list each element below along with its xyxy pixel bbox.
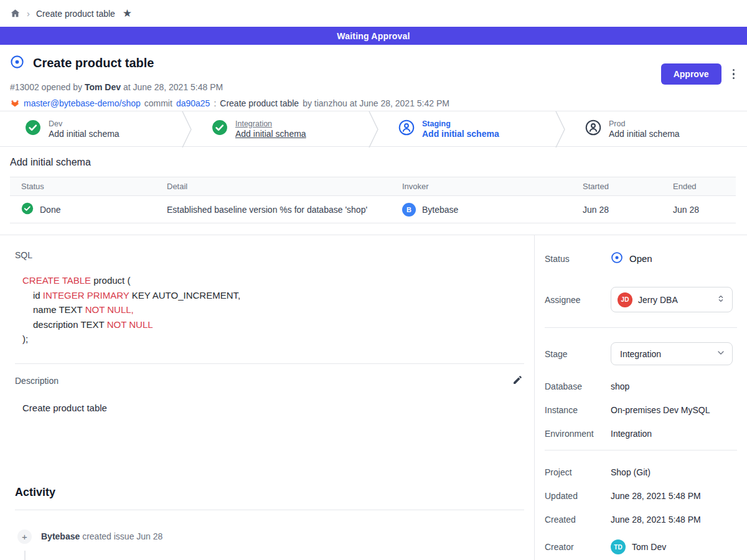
commit-byline: by tianzhou at June 28, 2021 5:42 PM	[303, 98, 449, 108]
person-circle-icon	[585, 119, 601, 138]
page-title: Create product table	[33, 56, 154, 70]
stage-integration[interactable]: Integration Add initial schema	[187, 111, 374, 146]
stage-env-label: Prod	[609, 119, 680, 128]
breadcrumb: › Create product table ★	[0, 0, 747, 27]
stage-prod[interactable]: Prod Add initial schema	[560, 111, 747, 146]
sql-line: name TEXT NOT NULL,	[22, 302, 524, 317]
stage-task-label: Add initial schema	[609, 129, 680, 139]
issue-author[interactable]: Tom Dev	[85, 82, 121, 92]
bytebase-avatar: B	[402, 203, 416, 217]
person-circle-icon	[398, 119, 415, 138]
task-detail: Established baseline version %s for data…	[156, 196, 391, 223]
activity-item: + Bytebase created issue Jun 28	[17, 530, 524, 544]
issue-header: Create product table #13002 opened by To…	[0, 45, 747, 111]
gitlab-icon	[10, 98, 20, 109]
description-label: Description	[15, 376, 59, 386]
issue-open-icon	[10, 55, 24, 72]
stage-select[interactable]: Integration	[611, 342, 733, 365]
check-circle-icon	[25, 119, 41, 138]
instance-label: Instance	[545, 405, 611, 415]
col-started: Started	[571, 177, 662, 196]
commit-message: Create product table	[220, 98, 299, 108]
star-icon[interactable]: ★	[123, 8, 132, 19]
table-row[interactable]: Done Established baseline version %s for…	[10, 196, 736, 223]
approve-button[interactable]: Approve	[661, 63, 721, 85]
sql-line: id INTEGER PRIMARY KEY AUTO_INCREMENT,	[22, 288, 524, 303]
status-banner: Waiting Approval	[0, 27, 747, 45]
status-label: Status	[545, 254, 611, 264]
assignee-value: Jerry DBA	[638, 295, 710, 305]
issue-meta: #13002 opened by Tom Dev at June 28, 202…	[10, 82, 737, 92]
branch-repo-link[interactable]: master@bytebase-demo/shop	[24, 98, 141, 108]
task-started: Jun 28	[571, 196, 662, 223]
instance-value[interactable]: On-premises Dev MySQL	[611, 405, 710, 415]
home-icon[interactable]	[10, 8, 21, 19]
status-value: Open	[629, 253, 652, 264]
col-ended: Ended	[662, 177, 736, 196]
commit-hash-link[interactable]: da90a25	[176, 98, 210, 108]
sidebar-divider	[545, 327, 737, 328]
activity-title: Activity	[15, 486, 524, 499]
task-status: Done	[40, 205, 60, 215]
environment-label: Environment	[545, 429, 611, 439]
col-detail: Detail	[156, 177, 391, 196]
created-row: Created June 28, 2021 5:48 PM	[545, 515, 737, 525]
task-ended: Jun 28	[662, 196, 736, 223]
col-invoker: Invoker	[391, 177, 571, 196]
sql-label: SQL	[15, 250, 524, 260]
creator-value[interactable]: Tom Dev	[632, 542, 666, 552]
activity-action: created issue Jun 28	[82, 531, 162, 541]
stage-separator	[182, 111, 192, 147]
status-open-icon	[611, 251, 623, 266]
edit-description-icon[interactable]	[511, 373, 524, 389]
project-label: Project	[545, 467, 611, 477]
plus-icon: +	[17, 530, 32, 544]
breadcrumb-chevron-icon: ›	[27, 9, 30, 18]
colon: :	[214, 98, 216, 108]
stage-staging[interactable]: Staging Add initial schema	[374, 111, 560, 146]
project-value[interactable]: Shop (Git)	[611, 467, 651, 477]
activity-actor: Bytebase	[41, 531, 80, 541]
database-row: Database shop	[545, 381, 737, 391]
task-table: Status Detail Invoker Started Ended Done…	[10, 177, 736, 223]
stage-env-label: Dev	[49, 119, 120, 128]
sql-line: );	[22, 332, 524, 347]
more-actions-icon[interactable]	[729, 67, 739, 82]
check-circle-icon	[212, 119, 228, 138]
task-invoker: Bytebase	[422, 205, 458, 215]
issue-id: #13002 opened by	[10, 82, 82, 92]
commit-word: commit	[144, 98, 172, 108]
issue-opened-time: at June 28, 2021 5:48 PM	[123, 82, 223, 92]
assignee-row: Assignee JD Jerry DBA	[545, 287, 737, 312]
stage-dev[interactable]: Dev Add initial schema	[0, 111, 187, 146]
issue-sidebar: Status Open Assignee JD Jerry DBA Stage	[534, 235, 747, 560]
creator-avatar: TD	[611, 539, 626, 554]
breadcrumb-title[interactable]: Create product table	[36, 9, 115, 19]
description-content[interactable]: Create product table	[22, 403, 524, 413]
timeline-connector	[24, 551, 26, 560]
assignee-label: Assignee	[545, 295, 611, 305]
stage-label: Stage	[545, 349, 611, 359]
assignee-select[interactable]: JD Jerry DBA	[611, 287, 733, 312]
database-value[interactable]: shop	[611, 381, 629, 391]
instance-row: Instance On-premises Dev MySQL	[545, 405, 737, 415]
activity-divider	[15, 510, 524, 510]
environment-row: Environment Integration	[545, 429, 737, 439]
stage-separator	[555, 111, 565, 147]
assignee-avatar: JD	[618, 292, 632, 307]
selector-up-down-icon	[716, 294, 726, 306]
status-row: Status Open	[545, 251, 737, 266]
created-label: Created	[545, 515, 611, 525]
updated-row: Updated June 28, 2021 5:48 PM	[545, 491, 737, 501]
database-label: Database	[545, 381, 611, 391]
chevron-down-icon	[716, 348, 726, 360]
creator-label: Creator	[545, 542, 611, 552]
task-section-title: Add initial schema	[10, 157, 737, 168]
stage-task-label: Add initial schema	[49, 129, 120, 139]
sql-line: description TEXT NOT NULL	[22, 317, 524, 332]
creator-row: Creator TD Tom Dev	[545, 539, 737, 554]
stage-value: Integration	[620, 349, 716, 359]
environment-value[interactable]: Integration	[611, 429, 652, 439]
sidebar-divider	[545, 450, 737, 450]
sql-code-block: CREATE TABLE product ( id INTEGER PRIMAR…	[22, 273, 524, 347]
